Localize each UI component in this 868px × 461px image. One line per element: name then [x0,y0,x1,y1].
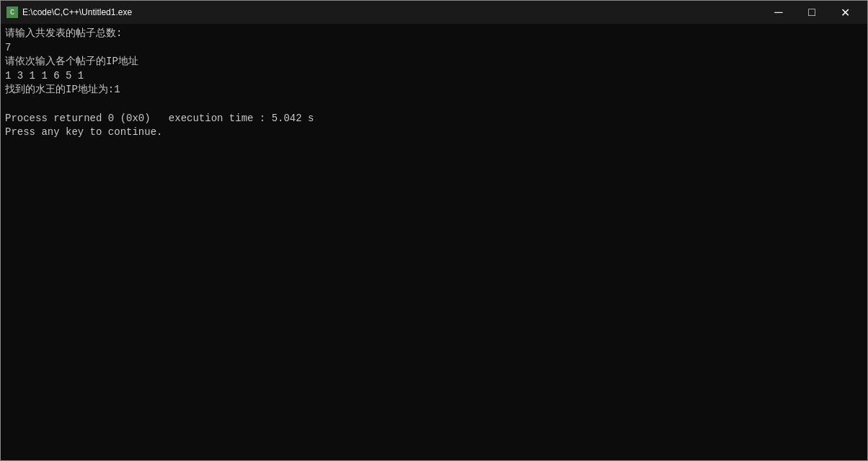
close-button[interactable]: ✕ [828,1,862,24]
console-line: 1 3 1 1 6 5 1 [5,69,863,84]
window-controls: ─ □ ✕ [762,1,862,24]
console-line [5,97,863,112]
title-bar-left: C E:\code\C,C++\Untitled1.exe [6,6,132,18]
app-icon: C [6,6,18,18]
console-line: 7 [5,41,863,56]
console-line: Press any key to continue. [5,126,863,140]
title-bar: C E:\code\C,C++\Untitled1.exe ─ □ ✕ [1,1,867,24]
console-output: 请输入共发表的帖子总数:7请依次输入各个帖子的IP地址1 3 1 1 6 5 1… [1,24,867,460]
console-line: 找到的水王的IP地址为:1 [5,83,863,97]
console-line: 请依次输入各个帖子的IP地址 [5,55,863,69]
minimize-button[interactable]: ─ [762,1,795,24]
console-line: Process returned 0 (0x0) execution time … [5,112,863,126]
window-title: E:\code\C,C++\Untitled1.exe [22,7,132,17]
maximize-button[interactable]: □ [795,1,828,24]
app-icon-label: C [10,9,14,17]
main-window: C E:\code\C,C++\Untitled1.exe ─ □ ✕ 请输入共… [0,0,868,461]
console-line: 请输入共发表的帖子总数: [5,27,863,41]
